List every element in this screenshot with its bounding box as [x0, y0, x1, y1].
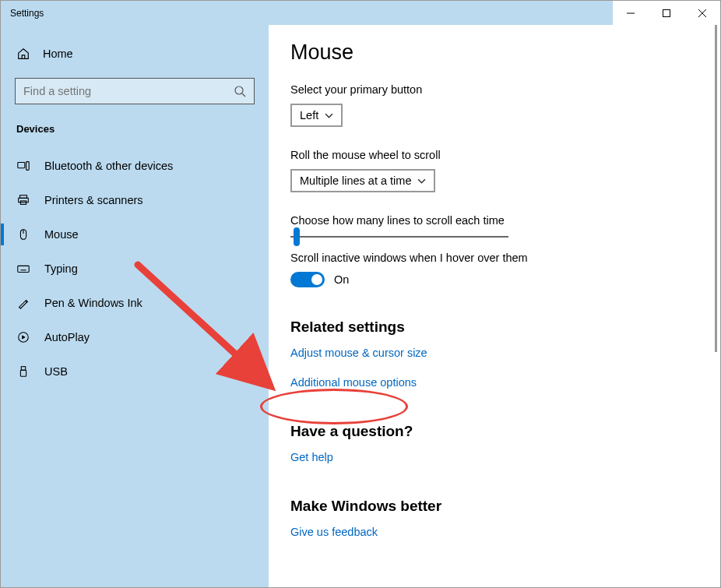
maximize-button[interactable]	[649, 1, 684, 25]
lines-scroll-slider[interactable]	[290, 236, 508, 238]
scrollbar[interactable]	[714, 25, 719, 587]
chevron-down-icon	[417, 177, 426, 185]
svg-point-4	[235, 86, 243, 94]
sidebar-item-typing[interactable]: Typing	[1, 252, 269, 286]
keyboard-icon	[16, 262, 30, 276]
inactive-windows-value: On	[334, 273, 349, 286]
sidebar-item-label: Pen & Windows Ink	[44, 297, 142, 309]
svg-rect-22	[21, 367, 25, 371]
autoplay-icon	[16, 330, 30, 344]
usb-icon	[16, 364, 30, 379]
home-label: Home	[43, 48, 73, 60]
sidebar-item-bluetooth[interactable]: Bluetooth & other devices	[1, 149, 269, 183]
svg-line-5	[242, 93, 245, 97]
title-bar: Settings	[1, 1, 720, 25]
svg-marker-21	[22, 335, 26, 339]
svg-rect-9	[19, 198, 29, 202]
sidebar-item-mouse[interactable]: Mouse	[1, 217, 269, 252]
inactive-windows-toggle[interactable]	[290, 272, 325, 287]
lines-scroll-label: Choose how many lines to scroll each tim…	[290, 214, 692, 227]
primary-button-value: Left	[300, 109, 318, 121]
sidebar-home[interactable]: Home	[1, 40, 269, 67]
link-adjust-cursor-size[interactable]: Adjust mouse & cursor size	[290, 347, 692, 359]
primary-button-label: Select your primary button	[290, 83, 692, 96]
svg-rect-13	[18, 266, 29, 272]
search-input-wrapper[interactable]	[15, 78, 255, 104]
close-icon	[698, 9, 706, 17]
home-icon	[16, 47, 30, 61]
sidebar-item-usb[interactable]: USB	[1, 354, 269, 389]
related-settings-heading: Related settings	[290, 319, 692, 336]
devices-icon	[16, 159, 30, 173]
pen-icon	[16, 296, 30, 310]
chevron-down-icon	[325, 111, 333, 120]
sidebar-section-label: Devices	[1, 123, 269, 149]
sidebar-item-autoplay[interactable]: AutoPlay	[1, 320, 269, 354]
svg-rect-7	[26, 162, 30, 171]
question-heading: Have a question?	[290, 423, 692, 440]
link-give-feedback[interactable]: Give us feedback	[290, 526, 692, 538]
svg-rect-6	[18, 163, 25, 168]
maximize-icon	[663, 9, 670, 17]
inactive-windows-label: Scroll inactive windows when I hover ove…	[290, 252, 692, 264]
sidebar-item-label: Mouse	[44, 228, 79, 241]
wheel-scroll-dropdown[interactable]: Multiple lines at a time	[290, 169, 435, 192]
sidebar-item-printers[interactable]: Printers & scanners	[1, 183, 269, 217]
svg-rect-23	[20, 370, 26, 376]
link-get-help[interactable]: Get help	[290, 451, 692, 463]
sidebar-item-label: Typing	[44, 262, 78, 275]
printer-icon	[16, 193, 30, 207]
window-controls	[613, 1, 720, 25]
slider-thumb[interactable]	[294, 227, 300, 246]
sidebar-item-label: AutoPlay	[44, 331, 90, 343]
better-heading: Make Windows better	[290, 498, 692, 515]
minimize-button[interactable]	[613, 1, 649, 25]
mouse-icon	[16, 227, 30, 241]
sidebar: Home Devices Bluetooth & other devices P…	[1, 25, 269, 587]
search-icon	[234, 85, 246, 97]
minimize-icon	[627, 9, 635, 17]
sidebar-item-label: Bluetooth & other devices	[44, 160, 173, 172]
close-button[interactable]	[684, 1, 720, 25]
page-title: Mouse	[290, 40, 692, 65]
sidebar-item-label: USB	[44, 365, 68, 378]
search-input[interactable]	[23, 85, 234, 97]
link-additional-mouse-options[interactable]: Additional mouse options	[290, 376, 692, 389]
main-content: Mouse Select your primary button Left Ro…	[269, 25, 714, 587]
wheel-scroll-label: Roll the mouse wheel to scroll	[290, 149, 692, 161]
sidebar-item-label: Printers & scanners	[44, 194, 143, 206]
scrollbar-thumb[interactable]	[715, 25, 717, 352]
primary-button-dropdown[interactable]: Left	[290, 104, 343, 127]
sidebar-item-pen[interactable]: Pen & Windows Ink	[1, 286, 269, 320]
window-title: Settings	[10, 8, 44, 19]
svg-rect-1	[663, 9, 670, 16]
wheel-scroll-value: Multiple lines at a time	[300, 174, 411, 187]
